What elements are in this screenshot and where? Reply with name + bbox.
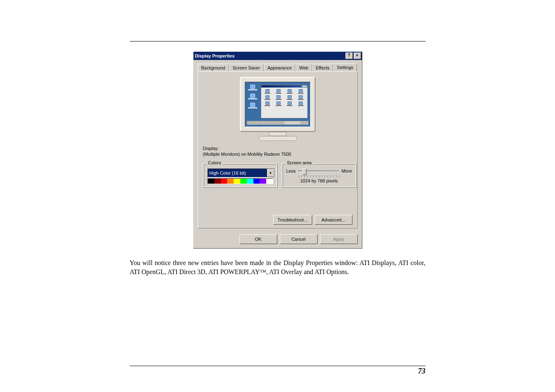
slider-thumb-icon[interactable] — [302, 168, 306, 175]
footer: 73 — [130, 366, 426, 376]
titlebar-help-button[interactable]: ? — [345, 53, 353, 59]
page-number: 73 — [418, 367, 426, 375]
resolution-slider-row: Less More — [286, 168, 352, 173]
advanced-button[interactable]: Advanced... — [315, 215, 352, 225]
colors-group-title: Colors — [207, 160, 223, 165]
tab-web[interactable]: Web — [295, 64, 312, 72]
resolution-slider[interactable] — [298, 171, 339, 172]
panel-buttons: Troubleshoot... Advanced... — [273, 215, 352, 225]
tab-screen-saver[interactable]: Screen Saver — [229, 64, 264, 72]
monitor-preview — [239, 77, 317, 143]
resolution-readout: 1024 by 768 pixels — [282, 178, 356, 183]
titlebar-text: Display Properties — [194, 53, 345, 58]
color-preview-bar — [207, 178, 273, 184]
screen-area-group: Screen area Less More 1024 by 768 pixels — [282, 163, 357, 188]
color-depth-value: High Color (16 bit) — [210, 171, 246, 175]
mini-taskbar — [247, 121, 309, 125]
ok-button[interactable]: OK — [240, 234, 277, 244]
monitor-stand-neck — [269, 132, 286, 136]
slider-more-label: More — [341, 168, 352, 173]
display-properties-dialog: Display Properties ? × Background Screen… — [193, 51, 362, 249]
top-rule — [130, 41, 426, 42]
monitor-stand-base — [259, 136, 297, 141]
tab-appearance[interactable]: Appearance — [264, 64, 295, 72]
apply-button[interactable]: Apply — [320, 234, 358, 244]
color-depth-dropdown[interactable]: High Color (16 bit) ▼ — [207, 168, 275, 178]
monitor-screen — [245, 82, 311, 127]
mini-window — [261, 85, 308, 118]
display-name: (Multiple Monitors) on Mobility Radeon 7… — [203, 152, 291, 157]
colors-group: Colors High Color (16 bit) ▼ — [203, 163, 278, 188]
tab-row: Background Screen Saver Appearance Web E… — [193, 60, 362, 71]
display-label-block: Display: (Multiple Monitors) on Mobility… — [203, 146, 291, 157]
tab-effects[interactable]: Effects — [312, 64, 333, 72]
dialog-buttons: OK Cancel Apply — [193, 233, 362, 248]
troubleshoot-button[interactable]: Troubleshoot... — [273, 215, 312, 225]
slider-ticks — [299, 175, 340, 178]
chevron-down-icon: ▼ — [267, 169, 274, 177]
screen-area-group-title: Screen area — [286, 160, 313, 165]
settings-tab-panel: Display: (Multiple Monitors) on Mobility… — [198, 71, 358, 228]
titlebar[interactable]: Display Properties ? × — [193, 52, 362, 60]
page: Display Properties ? × Background Screen… — [130, 0, 426, 392]
slider-less-label: Less — [286, 168, 296, 173]
display-label: Display: — [203, 146, 291, 151]
cancel-button[interactable]: Cancel — [280, 234, 318, 244]
tab-settings[interactable]: Settings — [333, 63, 357, 71]
mini-desktop-icons — [247, 85, 258, 125]
caption-text: You will notice three new entries have b… — [130, 258, 426, 276]
monitor-case — [240, 77, 315, 132]
titlebar-close-button[interactable]: × — [354, 53, 361, 59]
tab-background[interactable]: Background — [198, 64, 229, 72]
